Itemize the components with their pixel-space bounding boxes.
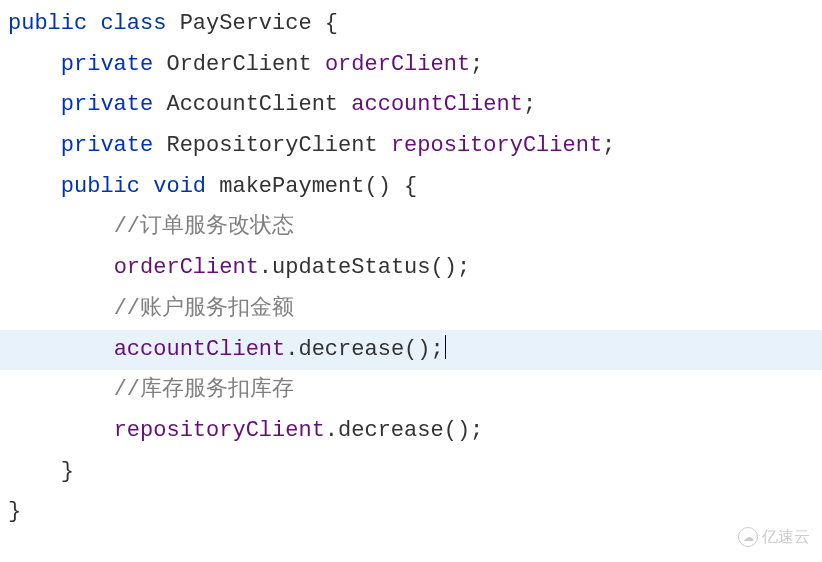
- keyword-void: void: [153, 174, 206, 199]
- code-line-4[interactable]: private RepositoryClient repositoryClien…: [0, 126, 822, 167]
- code-line-13[interactable]: }: [0, 492, 822, 533]
- keyword-public: public: [61, 174, 140, 199]
- close-brace: }: [8, 499, 21, 524]
- semicolon: ;: [602, 133, 615, 158]
- code-line-7[interactable]: orderClient.updateStatus();: [0, 248, 822, 289]
- method-name: makePayment: [219, 174, 364, 199]
- code-line-5[interactable]: public void makePayment() {: [0, 167, 822, 208]
- method-call: decrease: [298, 337, 404, 362]
- watermark: ☁ 亿速云: [738, 522, 810, 552]
- code-line-9-highlighted[interactable]: accountClient.decrease();: [0, 330, 822, 371]
- code-line-2[interactable]: private OrderClient orderClient;: [0, 45, 822, 86]
- keyword-private: private: [61, 52, 153, 77]
- type-name: OrderClient: [166, 52, 311, 77]
- field-name: repositoryClient: [391, 133, 602, 158]
- type-name: AccountClient: [166, 92, 338, 117]
- open-brace: {: [312, 11, 338, 36]
- field-name: orderClient: [325, 52, 470, 77]
- field-ref: orderClient: [114, 255, 259, 280]
- dot: .: [259, 255, 272, 280]
- keyword-private: private: [61, 133, 153, 158]
- text-cursor: [445, 335, 447, 359]
- code-line-6[interactable]: //订单服务改状态: [0, 207, 822, 248]
- keyword-class: class: [100, 11, 166, 36]
- watermark-text: 亿速云: [762, 522, 810, 552]
- dot: .: [325, 418, 338, 443]
- call-suffix: ();: [431, 255, 471, 280]
- field-ref: accountClient: [114, 337, 286, 362]
- method-call: updateStatus: [272, 255, 430, 280]
- class-name: PayService: [180, 11, 312, 36]
- call-suffix: ();: [404, 337, 444, 362]
- semicolon: ;: [523, 92, 536, 117]
- close-brace: }: [61, 459, 74, 484]
- keyword-private: private: [61, 92, 153, 117]
- comment: //订单服务改状态: [114, 214, 294, 239]
- code-line-11[interactable]: repositoryClient.decrease();: [0, 411, 822, 452]
- cloud-icon: ☁: [738, 527, 758, 547]
- code-line-3[interactable]: private AccountClient accountClient;: [0, 85, 822, 126]
- code-line-1[interactable]: public class PayService {: [0, 4, 822, 45]
- field-name: accountClient: [351, 92, 523, 117]
- code-line-12[interactable]: }: [0, 452, 822, 493]
- call-suffix: ();: [444, 418, 484, 443]
- dot: .: [285, 337, 298, 362]
- keyword-public: public: [8, 11, 87, 36]
- semicolon: ;: [470, 52, 483, 77]
- type-name: RepositoryClient: [166, 133, 377, 158]
- parens-brace: () {: [364, 174, 417, 199]
- comment: //库存服务扣库存: [114, 377, 294, 402]
- comment: //账户服务扣金额: [114, 296, 294, 321]
- code-line-10[interactable]: //库存服务扣库存: [0, 370, 822, 411]
- code-line-8[interactable]: //账户服务扣金额: [0, 289, 822, 330]
- field-ref: repositoryClient: [114, 418, 325, 443]
- method-call: decrease: [338, 418, 444, 443]
